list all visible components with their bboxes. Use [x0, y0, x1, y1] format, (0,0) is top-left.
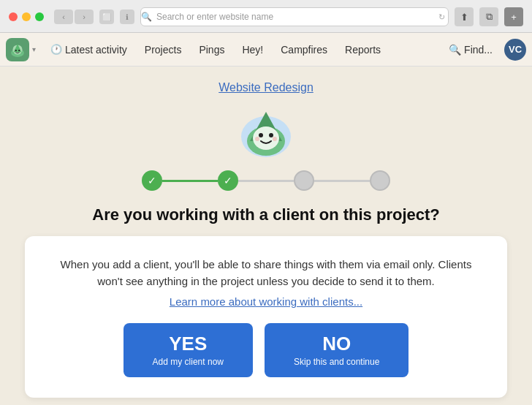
no-button-main-label: NO [294, 333, 379, 355]
toolbar-icons: ⬆ ⧉ + [455, 7, 523, 26]
clock-icon: 🕐 [50, 44, 62, 55]
learn-more-link[interactable]: Learn more about working with clients... [170, 295, 362, 308]
window-chrome: ‹ › ⬜ ℹ 🔍 Search or enter website name ↻… [0, 0, 532, 33]
no-button-sub-label: Skip this and continue [294, 357, 379, 367]
nav-item-latest-activity[interactable]: 🕐 Latest activity [42, 33, 136, 67]
step-1: ✓ [142, 170, 162, 191]
svg-point-13 [273, 137, 277, 141]
step-3 [294, 170, 314, 191]
logo-caret[interactable]: ▾ [32, 45, 36, 53]
minimize-button[interactable] [22, 12, 31, 21]
search-icon: 🔍 [141, 12, 152, 22]
card-buttons: YES Add my client now NO Skip this and c… [48, 323, 484, 377]
step-line-1 [162, 180, 218, 182]
address-text: Search or enter website name [156, 12, 273, 22]
app-logo[interactable] [6, 38, 29, 61]
svg-point-12 [255, 137, 259, 141]
step-4 [370, 170, 390, 191]
svg-point-5 [18, 50, 20, 51]
new-tab-button[interactable]: + [504, 7, 523, 26]
svg-point-11 [269, 133, 273, 137]
maximize-button[interactable] [35, 12, 44, 21]
nav-item-hey[interactable]: Hey! [233, 33, 272, 67]
nav-item-reports[interactable]: Reports [336, 33, 390, 67]
svg-point-10 [259, 133, 263, 137]
nav-item-projects[interactable]: Projects [136, 33, 191, 67]
nav-item-pings[interactable]: Pings [190, 33, 233, 67]
nav-arrows: ‹ › [54, 10, 94, 24]
card: When you add a client, you'll be able to… [25, 236, 507, 398]
svg-point-4 [15, 50, 17, 51]
forward-button[interactable]: › [75, 10, 94, 24]
question-text: Are you working with a client on this pr… [92, 205, 440, 224]
project-link[interactable]: Website Redesign [218, 81, 314, 94]
nav-bar: ▾ 🕐 Latest activity Projects Pings Hey! … [0, 33, 532, 67]
step-2: ✓ [218, 170, 238, 191]
find-icon: 🔍 [449, 44, 461, 56]
step-line-2 [238, 180, 294, 182]
mascot [237, 103, 295, 162]
address-bar[interactable]: 🔍 Search or enter website name ↻ [140, 7, 449, 26]
progress-steps: ✓ ✓ [142, 170, 390, 191]
yes-button-sub-label: Add my client now [153, 357, 224, 367]
tab-button[interactable]: ⬜ [99, 10, 114, 24]
no-button[interactable]: NO Skip this and continue [265, 323, 408, 377]
title-bar: ‹ › ⬜ ℹ 🔍 Search or enter website name ↻… [9, 7, 523, 26]
share-button[interactable]: ⬆ [455, 7, 474, 26]
card-description: When you add a client, you'll be able to… [48, 257, 484, 289]
step-line-3 [314, 180, 370, 182]
refresh-icon[interactable]: ↻ [438, 12, 445, 22]
yes-button-main-label: YES [153, 333, 224, 355]
duplicate-button[interactable]: ⧉ [479, 7, 498, 26]
nav-item-campfires[interactable]: Campfires [272, 33, 336, 67]
back-button[interactable]: ‹ [54, 10, 73, 24]
avatar[interactable]: VC [504, 39, 526, 61]
info-button[interactable]: ℹ [120, 10, 134, 24]
main-content: Website Redesign ✓ ✓ Are y [0, 67, 532, 405]
yes-button[interactable]: YES Add my client now [123, 323, 253, 377]
close-button[interactable] [9, 12, 18, 21]
find-button[interactable]: 🔍 Find... [440, 33, 501, 67]
traffic-lights [9, 12, 44, 21]
